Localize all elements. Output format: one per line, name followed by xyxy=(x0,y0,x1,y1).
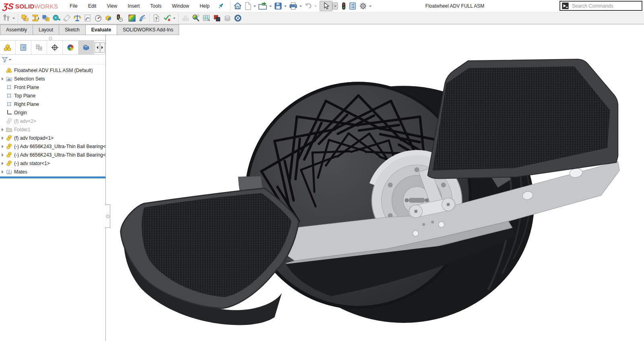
sensor-icon[interactable] xyxy=(93,13,103,23)
tree-item-mates[interactable]: Mates xyxy=(0,167,105,176)
expand-arrow[interactable] xyxy=(1,162,6,165)
fasteners-dropdown[interactable] xyxy=(12,18,15,20)
resource-monitor-icon[interactable] xyxy=(340,0,347,12)
tree-item-adv-2[interactable]: (f) adv<2> xyxy=(0,117,105,125)
part-icon xyxy=(6,135,12,141)
expand-arrow[interactable] xyxy=(1,170,6,174)
save-icon[interactable] xyxy=(273,0,283,12)
measure-icon[interactable] xyxy=(51,13,62,23)
dimxpert-manager-tab[interactable] xyxy=(47,41,63,54)
undo-dropdown[interactable] xyxy=(314,6,317,8)
menu-view[interactable]: View xyxy=(101,1,122,11)
clearance-verification-icon[interactable] xyxy=(41,13,51,23)
tree-item-origin[interactable]: Origin xyxy=(0,108,105,117)
part-suppressed-icon xyxy=(6,118,12,124)
menu-tools[interactable]: Tools xyxy=(145,1,167,11)
compare-documents-icon[interactable] xyxy=(212,13,222,23)
costing-icon[interactable] xyxy=(222,13,233,23)
undo-icon[interactable] xyxy=(303,0,314,12)
tab-evaluate[interactable]: Evaluate xyxy=(86,25,117,35)
pin-menu-icon[interactable] xyxy=(215,2,229,11)
filter-funnel-icon[interactable] xyxy=(2,56,8,63)
feature-tree: Floatwheel ADV FULL ASM (Default) Select… xyxy=(0,64,105,178)
expand-arrow[interactable] xyxy=(1,153,6,157)
tab-assembly[interactable]: Assembly xyxy=(0,25,33,35)
property-manager-tab[interactable] xyxy=(16,41,31,54)
design-checker-icon[interactable] xyxy=(162,13,172,23)
new-document-icon[interactable] xyxy=(243,0,253,12)
circular-references-icon[interactable] xyxy=(233,13,243,23)
select-cursor-icon[interactable] xyxy=(320,1,332,11)
new-document-dropdown[interactable] xyxy=(254,6,256,8)
panel-tab-scroll-left[interactable] xyxy=(95,42,100,53)
tree-item-top-plane[interactable]: Top Plane xyxy=(0,91,105,100)
tree-item-root[interactable]: Floatwheel ADV FULL ASM (Default) xyxy=(0,66,105,74)
save-dropdown[interactable] xyxy=(284,6,287,8)
mass-properties-icon[interactable] xyxy=(72,13,83,23)
menu-help[interactable]: Help xyxy=(194,1,215,11)
tree-item-right-plane[interactable]: Right Plane xyxy=(0,100,105,108)
tree-item-selection-sets[interactable]: Selection Sets xyxy=(0,74,105,83)
configuration-manager-tab[interactable] xyxy=(31,41,47,54)
rollback-bar[interactable] xyxy=(0,176,105,178)
solidworks-logo: ƷS SOLIDWORKS xyxy=(0,2,64,10)
menu-file[interactable]: File xyxy=(64,1,83,11)
panel-tab-bar xyxy=(0,40,105,55)
options-gear-icon[interactable] xyxy=(358,0,368,12)
tree-item-adv-stator[interactable]: (-) adv stator<1> xyxy=(0,159,105,167)
menu-edit[interactable]: Edit xyxy=(83,1,102,11)
print-icon[interactable] xyxy=(288,0,299,12)
graphics-viewport[interactable] xyxy=(106,35,644,341)
document-title: Floatwheel ADV FULL ASM xyxy=(394,3,515,9)
panel-height-splitter[interactable] xyxy=(0,35,105,40)
tree-item-folder1[interactable]: Folder1 xyxy=(0,125,105,134)
options-dropdown[interactable] xyxy=(369,6,372,8)
select-dropdown[interactable] xyxy=(332,2,338,10)
tree-item-ball-bearing-4[interactable]: (-) Adv 6656K243_Ultra-Thin Ball Bearing… xyxy=(0,151,105,159)
hole-alignment-icon[interactable] xyxy=(30,13,41,23)
smart-fasteners-icon[interactable] xyxy=(1,13,12,23)
stamp-disabled-icon[interactable] xyxy=(180,13,191,23)
search-commands-input[interactable] xyxy=(571,3,640,9)
display-manager-tab[interactable] xyxy=(63,41,78,54)
cam-addin-tab[interactable] xyxy=(78,41,94,54)
featuremanager-tree-tab[interactable] xyxy=(0,41,16,54)
expand-arrow[interactable] xyxy=(1,145,6,148)
task-list-icon[interactable] xyxy=(347,0,358,12)
design-checker-dropdown[interactable] xyxy=(173,18,175,20)
performance-evaluation-icon[interactable] xyxy=(114,13,124,23)
curvature-icon[interactable] xyxy=(137,13,148,23)
section-properties-icon[interactable] xyxy=(83,13,93,23)
panel-tab-scroll-right[interactable] xyxy=(100,42,105,53)
filter-dropdown[interactable] xyxy=(9,59,11,62)
tab-sketch[interactable]: Sketch xyxy=(59,25,86,35)
appearances-icon[interactable] xyxy=(127,13,137,23)
tree-item-adv-footpad[interactable]: (f) adv footpad<1> xyxy=(0,134,105,142)
instant-dimensions-icon[interactable] xyxy=(201,13,212,23)
plane-icon xyxy=(6,93,12,99)
visualization-magnifier-icon[interactable] xyxy=(191,13,201,23)
tree-item-ball-bearing-1[interactable]: (-) Adv 6656K243_Ultra-Thin Ball Bearing… xyxy=(0,142,105,151)
search-commands-box[interactable] xyxy=(559,1,642,11)
home-icon[interactable] xyxy=(232,0,243,12)
print-dropdown[interactable] xyxy=(299,6,302,8)
panel-width-splitter[interactable] xyxy=(105,205,110,228)
tab-layout[interactable]: Layout xyxy=(33,25,59,35)
assembly-visualization-icon[interactable] xyxy=(103,13,114,23)
interference-detection-icon[interactable] xyxy=(20,13,30,23)
tree-item-front-plane[interactable]: Front Plane xyxy=(0,83,105,91)
expand-arrow[interactable] xyxy=(1,128,6,131)
document-checker-icon[interactable]: ? xyxy=(151,13,162,23)
open-icon[interactable] xyxy=(257,0,268,12)
menu-window[interactable]: Window xyxy=(167,1,194,11)
expand-arrow[interactable] xyxy=(1,77,6,81)
expand-arrow[interactable] xyxy=(1,136,6,140)
left-footpad[interactable] xyxy=(121,188,299,325)
right-footpad[interactable] xyxy=(428,59,618,178)
menu-insert[interactable]: Insert xyxy=(122,1,145,11)
plane-icon xyxy=(6,84,12,90)
markup-icon[interactable] xyxy=(62,13,72,23)
ds-mark: ƷS xyxy=(2,2,14,10)
open-dropdown[interactable] xyxy=(269,6,272,8)
tab-solidworks-add-ins[interactable]: SOLIDWORKS Add-Ins xyxy=(117,25,179,35)
